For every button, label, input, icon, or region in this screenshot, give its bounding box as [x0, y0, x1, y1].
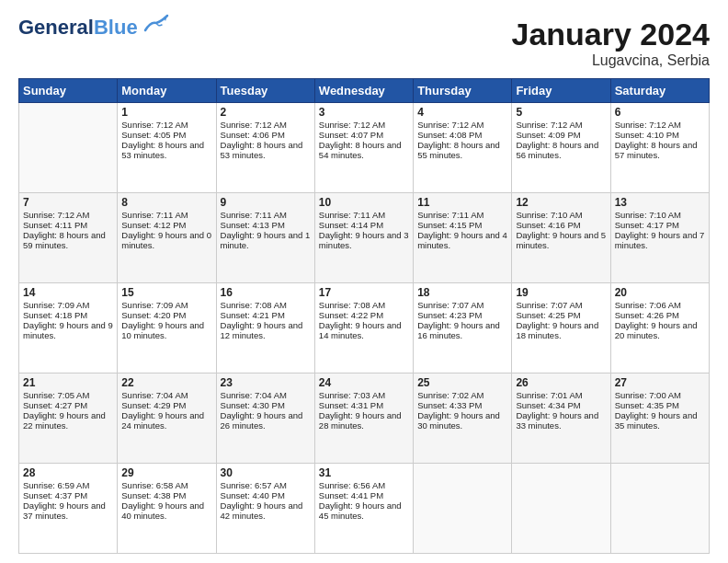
sunset-text: Sunset: 4:10 PM: [615, 130, 705, 140]
sunrise-text: Sunrise: 7:06 AM: [615, 300, 705, 310]
sunset-text: Sunset: 4:06 PM: [221, 130, 311, 140]
sunrise-text: Sunrise: 7:00 AM: [615, 390, 705, 400]
sunrise-text: Sunrise: 7:05 AM: [23, 390, 113, 400]
sunrise-text: Sunrise: 7:04 AM: [121, 390, 211, 400]
sunset-text: Sunset: 4:13 PM: [221, 220, 311, 230]
day-number: 8: [121, 196, 211, 209]
table-row: 16Sunrise: 7:08 AMSunset: 4:21 PMDayligh…: [216, 283, 314, 373]
daylight-text: Daylight: 9 hours and 22 minutes.: [23, 410, 113, 431]
sunrise-text: Sunrise: 7:12 AM: [23, 210, 113, 220]
sunrise-text: Sunrise: 7:12 AM: [221, 120, 311, 130]
daylight-text: Daylight: 9 hours and 30 minutes.: [417, 410, 507, 431]
sunrise-text: Sunrise: 7:07 AM: [516, 300, 606, 310]
sunrise-text: Sunrise: 6:56 AM: [319, 480, 409, 490]
table-row: 2Sunrise: 7:12 AMSunset: 4:06 PMDaylight…: [216, 103, 314, 193]
day-number: 31: [319, 466, 409, 479]
logo-bird-icon: [142, 14, 171, 36]
sunset-text: Sunset: 4:41 PM: [319, 490, 409, 500]
table-row: 24Sunrise: 7:03 AMSunset: 4:31 PMDayligh…: [314, 373, 413, 464]
daylight-text: Daylight: 9 hours and 24 minutes.: [121, 410, 211, 431]
sunset-text: Sunset: 4:09 PM: [516, 130, 606, 140]
daylight-text: Daylight: 9 hours and 9 minutes.: [23, 320, 113, 340]
sunrise-text: Sunrise: 7:11 AM: [121, 210, 211, 220]
header-tuesday: Tuesday: [216, 79, 314, 103]
day-number: 9: [221, 196, 311, 209]
daylight-text: Daylight: 8 hours and 54 minutes.: [319, 140, 409, 160]
sunset-text: Sunset: 4:21 PM: [221, 310, 311, 320]
sunset-text: Sunset: 4:22 PM: [319, 310, 409, 320]
sunset-text: Sunset: 4:30 PM: [221, 400, 311, 410]
sunset-text: Sunset: 4:23 PM: [417, 310, 507, 320]
calendar-week-row: 14Sunrise: 7:09 AMSunset: 4:18 PMDayligh…: [19, 283, 710, 373]
table-row: 5Sunrise: 7:12 AMSunset: 4:09 PMDaylight…: [512, 103, 610, 193]
day-number: 20: [615, 286, 705, 299]
sunrise-text: Sunrise: 7:11 AM: [319, 210, 409, 220]
table-row: 30Sunrise: 6:57 AMSunset: 4:40 PMDayligh…: [216, 464, 314, 554]
table-row: [610, 464, 709, 554]
table-row: 11Sunrise: 7:11 AMSunset: 4:15 PMDayligh…: [414, 193, 512, 283]
day-number: 30: [221, 466, 311, 479]
day-number: 15: [121, 286, 211, 299]
sunrise-text: Sunrise: 7:12 AM: [516, 120, 606, 130]
daylight-text: Daylight: 9 hours and 18 minutes.: [516, 320, 606, 340]
day-number: 4: [417, 106, 507, 119]
day-number: 6: [615, 106, 705, 119]
sunrise-text: Sunrise: 7:08 AM: [221, 300, 311, 310]
table-row: 3Sunrise: 7:12 AMSunset: 4:07 PMDaylight…: [314, 103, 413, 193]
sunrise-text: Sunrise: 7:10 AM: [516, 210, 606, 220]
page: GeneralBlue January 2024 Lugavcina, Serb…: [0, 0, 728, 563]
sunrise-text: Sunrise: 7:12 AM: [121, 120, 211, 130]
day-number: 19: [516, 286, 606, 299]
table-row: 20Sunrise: 7:06 AMSunset: 4:26 PMDayligh…: [610, 283, 709, 373]
table-row: 21Sunrise: 7:05 AMSunset: 4:27 PMDayligh…: [19, 373, 118, 464]
day-number: 27: [615, 376, 705, 389]
table-row: 23Sunrise: 7:04 AMSunset: 4:30 PMDayligh…: [216, 373, 314, 464]
table-row: 4Sunrise: 7:12 AMSunset: 4:08 PMDaylight…: [414, 103, 512, 193]
logo-general: General: [18, 16, 94, 39]
day-number: 18: [417, 286, 507, 299]
sunset-text: Sunset: 4:40 PM: [221, 490, 311, 500]
table-row: 7Sunrise: 7:12 AMSunset: 4:11 PMDaylight…: [19, 193, 118, 283]
day-number: 2: [221, 106, 311, 119]
header-monday: Monday: [118, 79, 216, 103]
sunset-text: Sunset: 4:14 PM: [319, 220, 409, 230]
calendar-week-row: 1Sunrise: 7:12 AMSunset: 4:05 PMDaylight…: [19, 103, 710, 193]
sunrise-text: Sunrise: 7:10 AM: [615, 210, 705, 220]
table-row: 15Sunrise: 7:09 AMSunset: 4:20 PMDayligh…: [118, 283, 216, 373]
table-row: 8Sunrise: 7:11 AMSunset: 4:12 PMDaylight…: [118, 193, 216, 283]
title-block: January 2024 Lugavcina, Serbia: [512, 17, 711, 69]
table-row: 27Sunrise: 7:00 AMSunset: 4:35 PMDayligh…: [610, 373, 709, 464]
sunset-text: Sunset: 4:11 PM: [23, 220, 113, 230]
calendar-subtitle: Lugavcina, Serbia: [512, 52, 711, 69]
table-row: 14Sunrise: 7:09 AMSunset: 4:18 PMDayligh…: [19, 283, 118, 373]
sunset-text: Sunset: 4:05 PM: [121, 130, 211, 140]
calendar-title: January 2024: [512, 17, 711, 52]
table-row: 9Sunrise: 7:11 AMSunset: 4:13 PMDaylight…: [216, 193, 314, 283]
calendar-table: Sunday Monday Tuesday Wednesday Thursday…: [18, 78, 710, 554]
header-thursday: Thursday: [414, 79, 512, 103]
calendar-week-row: 21Sunrise: 7:05 AMSunset: 4:27 PMDayligh…: [19, 373, 710, 464]
calendar-week-row: 28Sunrise: 6:59 AMSunset: 4:37 PMDayligh…: [19, 464, 710, 554]
daylight-text: Daylight: 9 hours and 20 minutes.: [615, 320, 705, 340]
table-row: 22Sunrise: 7:04 AMSunset: 4:29 PMDayligh…: [118, 373, 216, 464]
sunrise-text: Sunrise: 7:03 AM: [319, 390, 409, 400]
day-number: 21: [23, 376, 113, 389]
sunset-text: Sunset: 4:34 PM: [516, 400, 606, 410]
sunrise-text: Sunrise: 7:12 AM: [417, 120, 507, 130]
daylight-text: Daylight: 9 hours and 26 minutes.: [221, 410, 311, 431]
day-number: 1: [121, 106, 211, 119]
table-row: 13Sunrise: 7:10 AMSunset: 4:17 PMDayligh…: [610, 193, 709, 283]
daylight-text: Daylight: 9 hours and 4 minutes.: [417, 230, 507, 250]
table-row: 25Sunrise: 7:02 AMSunset: 4:33 PMDayligh…: [414, 373, 512, 464]
table-row: 31Sunrise: 6:56 AMSunset: 4:41 PMDayligh…: [314, 464, 413, 554]
sunrise-text: Sunrise: 6:58 AM: [121, 480, 211, 490]
sunset-text: Sunset: 4:33 PM: [417, 400, 507, 410]
sunset-text: Sunset: 4:12 PM: [121, 220, 211, 230]
table-row: 18Sunrise: 7:07 AMSunset: 4:23 PMDayligh…: [414, 283, 512, 373]
table-row: [19, 103, 118, 193]
table-row: [414, 464, 512, 554]
day-number: 29: [121, 466, 211, 479]
day-number: 26: [516, 376, 606, 389]
table-row: 12Sunrise: 7:10 AMSunset: 4:16 PMDayligh…: [512, 193, 610, 283]
sunset-text: Sunset: 4:07 PM: [319, 130, 409, 140]
